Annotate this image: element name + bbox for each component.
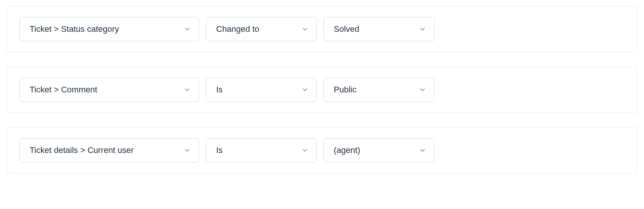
condition-row: Ticket > Status category Changed to Solv… xyxy=(7,6,637,52)
condition-value-select[interactable]: (agent) xyxy=(324,138,434,162)
condition-value-label: (agent) xyxy=(334,145,360,155)
condition-field-select[interactable]: Ticket details > Current user xyxy=(19,138,199,162)
condition-operator-select[interactable]: Changed to xyxy=(206,17,317,41)
chevron-down-icon xyxy=(184,147,191,154)
condition-field-label: Ticket > Comment xyxy=(30,85,97,95)
chevron-down-icon xyxy=(184,25,191,33)
condition-field-label: Ticket > Status category xyxy=(30,24,119,34)
chevron-down-icon xyxy=(301,86,309,94)
chevron-down-icon xyxy=(419,25,426,33)
condition-row: Ticket > Comment Is Public xyxy=(7,67,637,113)
condition-field-select[interactable]: Ticket > Status category xyxy=(19,17,199,41)
condition-operator-select[interactable]: Is xyxy=(206,78,317,102)
chevron-down-icon xyxy=(419,86,426,94)
condition-operator-label: Is xyxy=(216,145,223,155)
condition-operator-label: Changed to xyxy=(216,24,259,34)
chevron-down-icon xyxy=(301,147,309,154)
chevron-down-icon xyxy=(184,86,191,94)
condition-value-label: Public xyxy=(334,85,357,95)
chevron-down-icon xyxy=(301,25,309,33)
condition-operator-select[interactable]: Is xyxy=(206,138,317,162)
condition-operator-label: Is xyxy=(216,85,223,95)
condition-value-select[interactable]: Solved xyxy=(324,17,434,41)
condition-row: Ticket details > Current user Is (agent) xyxy=(7,127,637,173)
condition-value-select[interactable]: Public xyxy=(324,78,434,102)
condition-value-label: Solved xyxy=(334,24,359,34)
condition-field-select[interactable]: Ticket > Comment xyxy=(19,78,199,102)
chevron-down-icon xyxy=(419,147,426,154)
condition-field-label: Ticket details > Current user xyxy=(30,145,134,155)
